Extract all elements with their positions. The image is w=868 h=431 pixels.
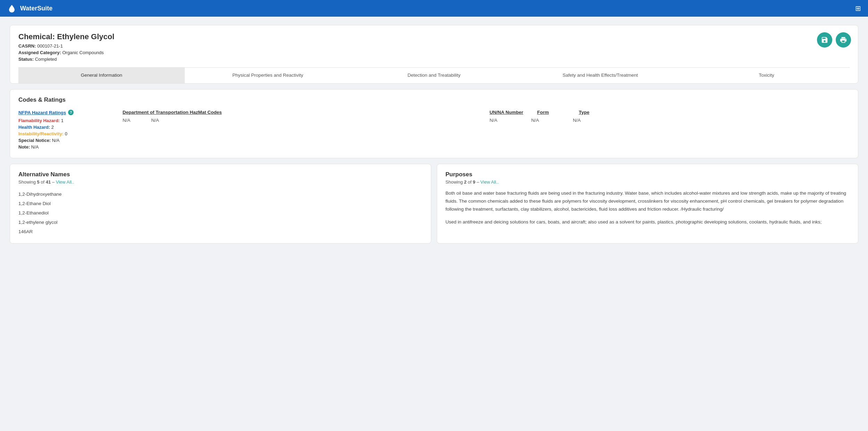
category-label: Assigned Category: <box>18 50 61 55</box>
un-values-row: N/A N/A N/A <box>490 118 850 123</box>
un-section: UN/NA Number Form Type N/A N/A N/A <box>490 110 850 123</box>
dot-heading: Department of Transportation HazMat Code… <box>123 110 483 115</box>
header: WaterSuite ⊞ <box>0 0 868 17</box>
nfpa-info-icon[interactable]: ? <box>68 110 74 115</box>
purposes-paragraph-2: Used in antifreeze and deicing solutions… <box>445 218 850 226</box>
brand-name: WaterSuite <box>20 5 52 12</box>
alt-names-list: 1,2-Dihydroxyethane 1,2-Ethane Diol 1,2-… <box>18 189 423 236</box>
nfpa-flamability-value: 1 <box>61 118 64 123</box>
dot-value-2: N/A <box>151 118 159 123</box>
status-value: Completed <box>35 57 57 62</box>
nfpa-note-label: Note: <box>18 144 30 150</box>
alt-names-showing: Showing 5 of 41 – View All.. <box>18 179 423 185</box>
casrn-value: 000107-21-1 <box>37 43 63 49</box>
status-row: Status: Completed <box>18 57 850 62</box>
casrn-row: CASRN: 000107-21-1 <box>18 43 850 49</box>
category-value: Organic Compounds <box>62 50 103 55</box>
nfpa-special: Special Notice: N/A <box>18 138 116 143</box>
nfpa-instability: Instability/Reactivity: 0 <box>18 131 116 136</box>
purposes-total: 9 <box>473 179 475 185</box>
codes-title: Codes & Ratings <box>18 96 850 103</box>
un-number-value: N/A <box>490 118 517 123</box>
un-header-row: UN/NA Number Form Type <box>490 110 850 115</box>
purposes-title: Purposes <box>445 171 850 178</box>
tab-detection[interactable]: Detection and Treatability <box>351 68 517 83</box>
dot-section: Department of Transportation HazMat Code… <box>123 110 483 123</box>
menu-icon[interactable]: ⊞ <box>855 4 861 12</box>
print-icon <box>840 36 847 44</box>
category-row: Assigned Category: Organic Compounds <box>18 50 850 55</box>
nfpa-health-value: 2 <box>51 125 54 130</box>
dot-value-1: N/A <box>123 118 131 123</box>
nfpa-section: NFPA Hazard Ratings ? Flamability Hazard… <box>18 110 116 151</box>
tab-physical[interactable]: Physical Properties and Reactivity <box>185 68 351 83</box>
un-number-header: UN/NA Number <box>490 110 523 115</box>
chemical-actions <box>817 32 851 48</box>
main-content: Chemical: Ethylene Glycol CASRN: 000107-… <box>0 17 868 252</box>
tabs-bar: General Information Physical Properties … <box>18 67 850 83</box>
un-form-value: N/A <box>531 118 559 123</box>
nfpa-flamability: Flamability Hazard: 1 <box>18 118 116 123</box>
codes-grid: NFPA Hazard Ratings ? Flamability Hazard… <box>18 110 850 151</box>
list-item: 1,2-ethylene glycol <box>18 218 423 227</box>
status-label: Status: <box>18 57 34 62</box>
codes-card: Codes & Ratings NFPA Hazard Ratings ? Fl… <box>10 89 858 158</box>
purposes-showing-prefix: Showing <box>445 179 463 185</box>
un-form-header: Form <box>537 110 565 115</box>
purposes-showing: Showing 2 of 9 – View All.. <box>445 179 850 185</box>
list-item: 1,2-Ethanediol <box>18 208 423 218</box>
alt-names-of: of <box>41 179 44 185</box>
tab-general[interactable]: General Information <box>18 68 185 83</box>
chemical-title: Chemical: Ethylene Glycol <box>18 32 850 41</box>
alt-names-showing-prefix: Showing <box>18 179 36 185</box>
dot-values: N/A N/A <box>123 118 483 123</box>
nfpa-special-value: N/A <box>52 138 60 143</box>
nfpa-special-label: Special Notice: <box>18 138 51 143</box>
list-item: 1,2-Dihydroxyethane <box>18 189 423 199</box>
nfpa-heading: NFPA Hazard Ratings ? <box>18 110 116 115</box>
purposes-view-all[interactable]: View All.. <box>481 179 499 185</box>
un-type-header: Type <box>579 110 607 115</box>
save-button[interactable] <box>817 32 832 48</box>
tab-safety[interactable]: Safety and Health Effects/Treatment <box>517 68 683 83</box>
list-item: 1,2-Ethane Diol <box>18 199 423 208</box>
alt-names-view-all[interactable]: View All.. <box>56 179 74 185</box>
print-button[interactable] <box>836 32 851 48</box>
purposes-of: of <box>468 179 471 185</box>
un-type-value: N/A <box>573 118 601 123</box>
tab-toxicity[interactable]: Toxicity <box>683 68 850 83</box>
water-drop-icon <box>7 3 17 13</box>
alt-names-count: 5 <box>37 179 40 185</box>
purposes-paragraph-1: Both oil base and water base fracturing … <box>445 189 850 213</box>
purposes-count: 2 <box>464 179 467 185</box>
nfpa-note: Note: N/A <box>18 144 116 150</box>
nfpa-note-value: N/A <box>31 144 39 150</box>
alt-names-title: Alternative Names <box>18 171 423 178</box>
bottom-grid: Alternative Names Showing 5 of 41 – View… <box>10 164 858 244</box>
nfpa-instability-value: 0 <box>65 131 67 136</box>
purposes-card: Purposes Showing 2 of 9 – View All.. Bot… <box>437 164 858 244</box>
brand: WaterSuite <box>7 3 52 13</box>
nfpa-health: Health Hazard: 2 <box>18 125 116 130</box>
nfpa-heading-text: NFPA Hazard Ratings <box>18 110 66 115</box>
chemical-card: Chemical: Ethylene Glycol CASRN: 000107-… <box>10 25 858 84</box>
list-item: 146AR <box>18 227 423 236</box>
save-icon <box>821 36 828 44</box>
casrn-label: CASRN: <box>18 43 36 49</box>
alt-names-card: Alternative Names Showing 5 of 41 – View… <box>10 164 431 244</box>
alt-names-total: 41 <box>46 179 51 185</box>
